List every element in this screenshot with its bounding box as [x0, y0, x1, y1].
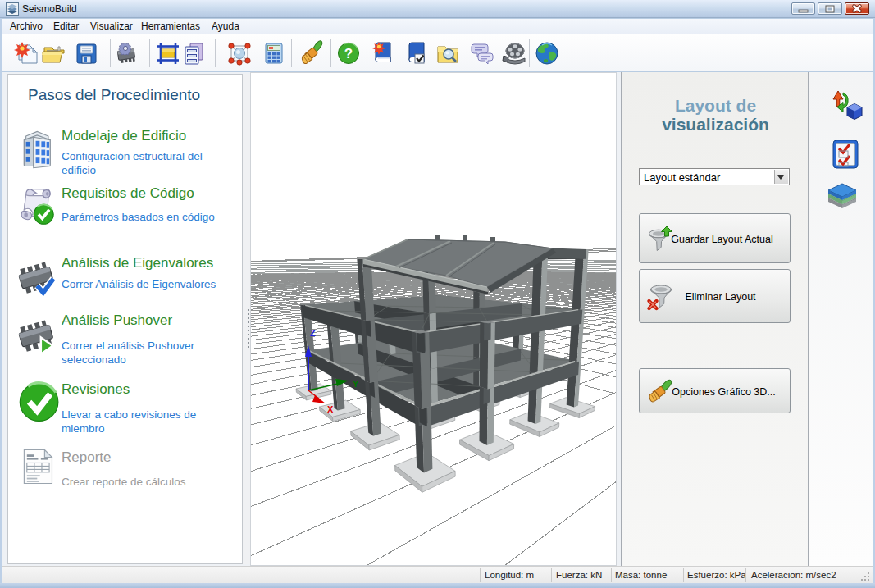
svg-text:?: ? [344, 46, 353, 62]
svg-text:Z: Z [310, 328, 316, 338]
svg-text:Y: Y [353, 379, 359, 389]
svg-text:X: X [327, 404, 334, 414]
